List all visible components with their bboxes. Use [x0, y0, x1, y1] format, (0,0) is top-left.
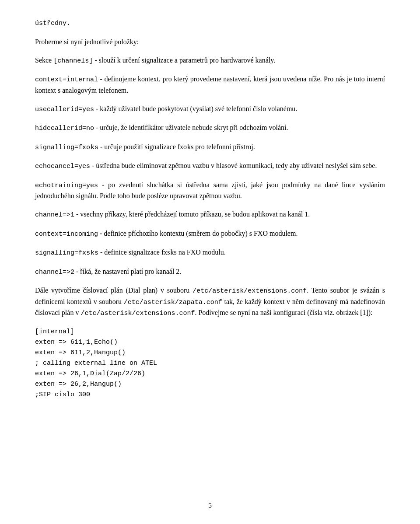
paragraph-channel1: channel=>1 - vsechny příkazy, které před… — [35, 209, 385, 220]
text-channel1: channel=>1 - vsechny příkazy, které před… — [35, 209, 385, 220]
text-hidecallerid: hidecallerid=no - určuje, že identifikát… — [35, 122, 385, 134]
text-ustredny: ústředny. — [35, 17, 385, 29]
paragraph-code-block: [internal] exten => 611,1,Echo() exten =… — [35, 327, 385, 400]
text-context-internal: context=internal - definujeme kontext, p… — [35, 74, 385, 96]
text-dale: Dále vytvoříme číslovací plán (Dial plan… — [35, 285, 385, 319]
code-block-extensions: [internal] exten => 611,1,Echo() exten =… — [35, 327, 385, 400]
paragraph-context-internal: context=internal - definujeme kontext, p… — [35, 74, 385, 96]
paragraph-channel2: channel=>2 - říká, že nastavení platí pr… — [35, 266, 385, 278]
paragraph-signalling-fxs: signalling=fxs ks - definice signalizace… — [35, 247, 385, 259]
text-echocancel: echocancel=yes - ústředna bude eliminova… — [35, 161, 385, 172]
text-usecallerid: usecallerid=yes - každý uživatel bude po… — [35, 104, 385, 115]
text-echotraining: echotraining=yes - po zvednutí sluchátka… — [35, 180, 385, 202]
text-channel2: channel=>2 - říká, že nastavení platí pr… — [35, 266, 385, 278]
paragraph-context-incoming: context=incoming - definice příchozího k… — [35, 228, 385, 240]
page: ústředny. Proberme si nyní jednotlivé po… — [0, 0, 420, 524]
text-signalling-fxo: signalling=fxo ks - určuje použití signa… — [35, 142, 385, 153]
paragraph-dale: Dále vytvoříme číslovací plán (Dial plan… — [35, 285, 385, 319]
page-number: 5 — [0, 500, 420, 511]
paragraph-hidecallerid: hidecallerid=no - určuje, že identifikát… — [35, 122, 385, 134]
text-channels: Sekce [channels] - slouží k určení signa… — [35, 55, 385, 66]
paragraph-echotraining: echotraining=yes - po zvednutí sluchátka… — [35, 180, 385, 202]
text-proberme: Proberme si nyní jednotlivé položky: — [35, 37, 385, 47]
paragraph-proberme: Proberme si nyní jednotlivé položky: — [35, 37, 385, 47]
paragraph-usecallerid: usecallerid=yes - každý uživatel bude po… — [35, 104, 385, 115]
paragraph-channels: Sekce [channels] - slouží k určení signa… — [35, 55, 385, 66]
paragraph-ustredny: ústředny. — [35, 17, 385, 29]
text-signalling-fxs: signalling=fxs ks - definice signalizace… — [35, 247, 385, 259]
paragraph-echocancel: echocancel=yes - ústředna bude eliminova… — [35, 161, 385, 172]
paragraph-signalling-fxo: signalling=fxo ks - určuje použití signa… — [35, 142, 385, 153]
text-context-incoming: context=incoming - definice příchozího k… — [35, 228, 385, 240]
